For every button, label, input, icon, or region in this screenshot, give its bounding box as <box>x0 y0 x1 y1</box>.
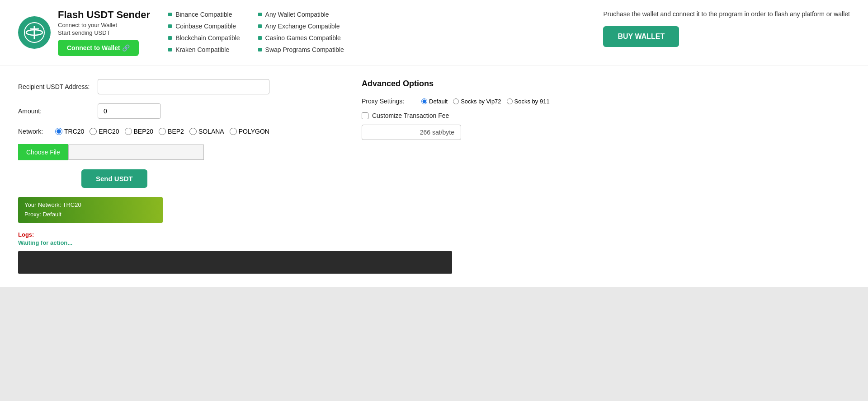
compat-any-exchange: Any Exchange Compatible <box>258 23 344 30</box>
compat-col-1: Binance Compatible Coinbase Compatible B… <box>168 11 240 53</box>
recipient-input[interactable] <box>98 79 269 94</box>
network-solana-radio[interactable] <box>189 128 197 135</box>
compat-casino: Casino Games Compatible <box>258 34 344 42</box>
subtitle1: Connect to your Wallet <box>58 22 150 28</box>
proxy-default[interactable]: Default <box>421 98 448 105</box>
network-erc20-radio[interactable] <box>90 128 97 135</box>
compat-dot-icon <box>168 24 172 28</box>
file-name-input[interactable] <box>68 145 204 160</box>
form-area: Recipient USDT Address: Amount: Network:… <box>0 65 868 287</box>
amount-label: Amount: <box>18 107 90 115</box>
network-status-box: Your Network: TRC20 Proxy: Default <box>18 197 163 223</box>
buy-wallet-button[interactable]: BUY WALLET <box>603 26 679 47</box>
amount-row: Amount: <box>18 103 335 119</box>
customize-fee-label: Customize Transaction Fee <box>372 112 449 119</box>
advanced-options: Advanced Options Proxy Settings: Default… <box>362 79 550 274</box>
recipient-label: Recipient USDT Address: <box>18 83 90 90</box>
compat-dot-icon <box>168 13 172 16</box>
app-logo <box>18 16 51 49</box>
network-trc20-radio[interactable] <box>55 128 62 135</box>
network-bep20-radio[interactable] <box>125 128 132 135</box>
header: Flash USDT Sender Connect to your Wallet… <box>0 0 868 65</box>
compat-swap: Swap Programs Compatible <box>258 46 344 53</box>
proxy-vip72-radio[interactable] <box>453 98 459 104</box>
connect-wallet-button[interactable]: Connect to Wallet 🔗 <box>58 40 139 56</box>
status-network: Your Network: TRC20 <box>24 200 156 210</box>
promo-text: Pruchase the wallet and connect it to th… <box>603 9 850 19</box>
compat-blockchain: Blockchain Compatible <box>168 34 240 42</box>
proxy-911[interactable]: Socks by 911 <box>507 98 550 105</box>
app-title-block: Flash USDT Sender Connect to your Wallet… <box>58 9 150 56</box>
network-polygon[interactable]: POLYGON <box>230 128 269 135</box>
compat-columns: Binance Compatible Coinbase Compatible B… <box>168 9 585 53</box>
network-bep2-radio[interactable] <box>159 128 166 135</box>
compat-any-wallet: Any Wallet Compatible <box>258 11 344 18</box>
compat-dot-icon <box>168 48 172 51</box>
compat-dot-icon <box>258 48 262 51</box>
compat-col-2: Any Wallet Compatible Any Exchange Compa… <box>258 11 344 53</box>
network-polygon-radio[interactable] <box>230 128 237 135</box>
network-erc20[interactable]: ERC20 <box>90 128 119 135</box>
customize-fee-checkbox[interactable] <box>362 112 368 119</box>
logs-label: Logs: <box>18 231 34 238</box>
network-label: Network: <box>18 128 50 135</box>
network-row: Network: TRC20 ERC20 BEP20 BEP2 <box>18 128 335 135</box>
compat-dot-icon <box>258 24 262 28</box>
send-usdt-button[interactable]: Send USDT <box>81 169 147 188</box>
send-row: Send USDT <box>18 169 335 197</box>
logs-waiting: Waiting for action... <box>18 239 72 246</box>
compat-coinbase: Coinbase Compatible <box>168 23 240 30</box>
logs-area: Logs: Waiting for action... <box>18 230 335 247</box>
amount-input[interactable] <box>98 103 161 119</box>
proxy-vip72[interactable]: Socks by Vip72 <box>453 98 501 105</box>
compat-kraken: Kraken Compatible <box>168 46 240 53</box>
form-left: Recipient USDT Address: Amount: Network:… <box>18 79 335 274</box>
compat-dot-icon <box>168 36 172 40</box>
proxy-row: Proxy Settings: Default Socks by Vip72 S… <box>362 98 550 105</box>
subtitle2: Start sending USDT <box>58 29 150 36</box>
network-trc20[interactable]: TRC20 <box>55 128 84 135</box>
recipient-row: Recipient USDT Address: <box>18 79 335 94</box>
compat-binance: Binance Compatible <box>168 11 240 18</box>
network-bep2[interactable]: BEP2 <box>159 128 184 135</box>
proxy-default-radio[interactable] <box>421 98 427 104</box>
app-title: Flash USDT Sender <box>58 9 150 21</box>
network-solana[interactable]: SOLANA <box>189 128 224 135</box>
proxy-label: Proxy Settings: <box>362 98 416 105</box>
file-row: Choose File <box>18 144 335 160</box>
advanced-title: Advanced Options <box>362 79 550 89</box>
compat-dot-icon <box>258 13 262 16</box>
choose-file-button[interactable]: Choose File <box>18 144 68 160</box>
customize-fee-row: Customize Transaction Fee <box>362 112 550 119</box>
promo-area: Pruchase the wallet and connect it to th… <box>603 9 850 47</box>
sat-input[interactable] <box>362 125 461 140</box>
compat-dot-icon <box>258 36 262 40</box>
network-bep20[interactable]: BEP20 <box>125 128 154 135</box>
logo-area: Flash USDT Sender Connect to your Wallet… <box>18 9 150 56</box>
proxy-911-radio[interactable] <box>507 98 513 104</box>
status-proxy: Proxy: Default <box>24 210 156 219</box>
